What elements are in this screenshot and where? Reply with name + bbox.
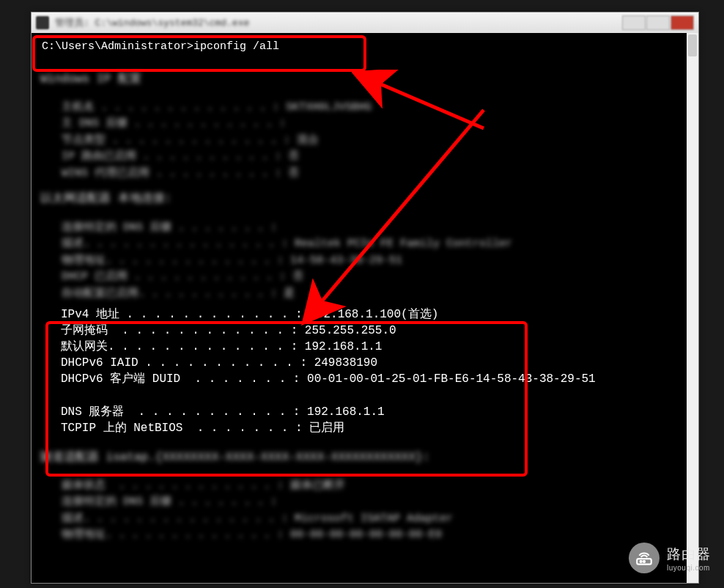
svg-point-4: [643, 561, 645, 562]
svg-point-3: [640, 561, 642, 562]
window-controls: [622, 15, 694, 30]
adapter-line: 自动配置已启用. . . . . . . . . . : 是: [39, 286, 691, 303]
ip-config-header: Windows IP 配置: [40, 71, 691, 88]
host-line: 节点类型 . . . . . . . . . . . . . : 混合: [39, 133, 691, 150]
dns-line: DNS 服务器 . . . . . . . . . . . : 192.168.…: [61, 405, 385, 419]
watermark-title: 路由器: [667, 545, 711, 564]
dhcpv6-duid-line: DHCPv6 客户端 DUID . . . . . . . : 00-01-00…: [61, 372, 596, 386]
ipv4-line: IPv4 地址 . . . . . . . . . . . . : 192.16…: [61, 308, 438, 321]
tunnel-line: 连接特定的 DNS 后缀 . . . . . . . :: [39, 494, 691, 511]
tunnel-line: 描述. . . . . . . . . . . . . . . : Micros…: [39, 511, 691, 528]
title-bar[interactable]: 管理员: C:\windows\system32\cmd.exe: [32, 12, 698, 33]
cmd-icon: [36, 16, 49, 29]
router-icon: [629, 543, 660, 573]
adapter-line: DHCP 已启用 . . . . . . . . . . . : 否: [39, 269, 691, 286]
adapter-line: 连接特定的 DNS 后缀 . . . . . . . :: [39, 220, 691, 237]
scrollbar-thumb[interactable]: [688, 34, 697, 56]
ip-info-block: IPv4 地址 . . . . . . . . . . . . : 192.16…: [53, 302, 691, 441]
maximize-button[interactable]: [646, 15, 670, 30]
dhcpv6-iaid-line: DHCPv6 IAID . . . . . . . . . . . : 2498…: [61, 356, 377, 370]
adapter-line: 物理地址. . . . . . . . . . . . . : 14-58-43…: [39, 253, 691, 270]
cmd-window: 管理员: C:\windows\system32\cmd.exe C:\User…: [31, 12, 699, 584]
tunnel-header: 隧道适配器 isatap.{XXXXXXXX-XXXX-XXXX-XXXX-XX…: [40, 449, 691, 466]
tunnel-line: 物理地址. . . . . . . . . . . . . : 00-00-00…: [39, 527, 691, 544]
terminal-output[interactable]: C:\Users\Administrator>ipconfig /all Win…: [32, 33, 698, 583]
host-line: 主 DNS 后缀 . . . . . . . . . . . :: [39, 116, 691, 133]
window-title: 管理员: C:\windows\system32\cmd.exe: [55, 16, 622, 29]
netbios-line: TCPIP 上的 NetBIOS . . . . . . . : 已启用: [61, 422, 344, 435]
close-button[interactable]: [671, 15, 694, 30]
adapter-header: 以太网适配器 本地连接:: [40, 191, 691, 207]
watermark-subtitle: luyouqi.com: [667, 564, 711, 572]
watermark: 路由器 luyouqi.com: [629, 543, 711, 573]
adapter-line: 描述. . . . . . . . . . . . . . . : Realte…: [39, 236, 691, 253]
host-line: 主机名 . . . . . . . . . . . . . : SKTXH0LJ…: [39, 100, 691, 117]
command-prompt-line: C:\Users\Administrator>ipconfig /all: [39, 37, 691, 56]
tunnel-line: 媒体状态 . . . . . . . . . . . . : 媒体已断开: [39, 478, 691, 495]
subnet-line: 子网掩码 . . . . . . . . . . . . : 255.255.2…: [61, 324, 396, 337]
host-line: WINS 代理已启用 . . . . . . . . . : 否: [39, 166, 691, 183]
host-line: IP 路由已启用 . . . . . . . . . . : 否: [39, 149, 691, 166]
gateway-line: 默认网关. . . . . . . . . . . . . : 192.168.…: [61, 340, 382, 353]
minimize-button[interactable]: [622, 15, 646, 30]
